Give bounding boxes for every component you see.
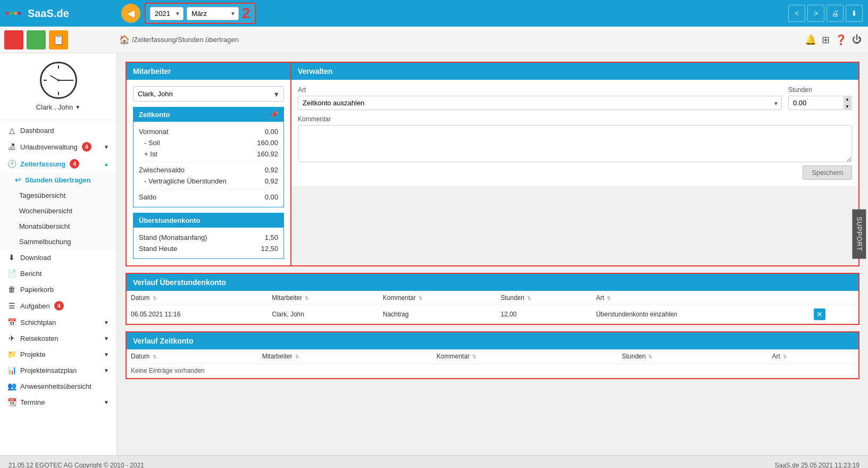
clock-icon xyxy=(40,62,77,99)
ist-label: + Ist xyxy=(144,150,157,158)
year-month-container: 2019 2020 2021 2022 ▼ Januar Februar Mär… xyxy=(145,3,256,24)
sidebar-item-tagesuebersicht[interactable]: Tagesübersicht xyxy=(0,188,116,203)
sidebar-item-schichtplan[interactable]: 📅 Schichtplan ▼ xyxy=(0,314,116,330)
sidebar: Clark , John ▼ △ Dashboard 🏖 Urlaubsverw… xyxy=(0,53,117,455)
kommentar-sort-icon[interactable]: ⇅ xyxy=(419,296,423,301)
zeitkonto-card: Zeitkonto 📌 Vormonat 0,00 - Soll 160,00 xyxy=(133,107,284,207)
year-select[interactable]: 2019 2020 2021 2022 xyxy=(150,7,183,20)
left-panel: Mitarbeiter Clark, John ▼ Zeitkonto 📌 xyxy=(127,63,291,265)
nav-prev-button[interactable]: < xyxy=(788,5,805,22)
sidebar-item-urlaubsverwaltung-label: Urlaubsverwaltung xyxy=(20,143,78,151)
zeiterfassung-icon: 🕐 xyxy=(7,160,16,168)
art-sort-icon[interactable]: ⇅ xyxy=(607,296,611,301)
delete-row-button[interactable]: ✕ xyxy=(814,308,825,320)
month-select[interactable]: Januar Februar März April Mai Juni Juli … xyxy=(187,7,239,20)
sidebar-item-zeiterfassung[interactable]: 🕐 Zeiterfassung 4 ▲ xyxy=(0,155,116,172)
clipboard-button[interactable]: 📋 xyxy=(49,30,68,49)
back-button[interactable]: ◀ xyxy=(121,4,140,23)
zt-th-kommentar: Kommentar ⇅ xyxy=(432,349,617,364)
sidebar-item-reisekosten[interactable]: ✈ Reisekosten ▼ xyxy=(0,330,116,346)
kommentar-textarea[interactable] xyxy=(298,125,852,162)
ist-value: 160,92 xyxy=(257,150,278,158)
zt-kommentar-sort-icon[interactable]: ⇅ xyxy=(472,354,477,360)
sidebar-item-monatsuebersicht[interactable]: Monatsübersicht xyxy=(0,219,116,234)
logo-text: SaaS.de xyxy=(28,7,69,20)
verlauf-zeitkonto-title: Verlauf Zeitkonto xyxy=(133,337,194,345)
help-button[interactable]: ❓ xyxy=(835,34,847,46)
dot5 xyxy=(22,12,26,15)
sidebar-item-tagesuebersicht-label: Tagesübersicht xyxy=(19,191,65,199)
zt-art-sort-icon[interactable]: ⇅ xyxy=(783,354,787,360)
art-stunden-row: Art Zeitkonto auszahlen Zeitkonto einzah… xyxy=(298,86,852,110)
download-button[interactable]: ⬇ xyxy=(846,5,863,22)
sidebar-item-download[interactable]: ⬇ Download xyxy=(0,249,116,265)
grid-button[interactable]: ⊞ xyxy=(822,34,830,46)
user-name[interactable]: Clark , John ▼ xyxy=(36,103,80,111)
soll-row: - Soll 160,00 xyxy=(139,137,278,148)
sidebar-item-dashboard[interactable]: △ Dashboard xyxy=(0,122,116,138)
kommentar-group: Kommentar xyxy=(298,115,852,162)
sidebar-item-stunden-uebertragen[interactable]: ↩ Stunden übertragen xyxy=(0,172,116,188)
ueberstunden-card-body: Stand (Monatsanfang) 1,50 Stand Heute 12… xyxy=(133,228,283,258)
sidebar-item-termine[interactable]: 📆 Termine ▼ xyxy=(0,394,116,410)
sidebar-item-projekteinsatzplan[interactable]: 📊 Projekteinsatzplan ▼ xyxy=(0,362,116,378)
stand-anfang-value: 1,50 xyxy=(265,233,278,241)
logo-area: SaaS.de xyxy=(5,7,117,20)
sidebar-item-urlaubsverwaltung[interactable]: 🏖 Urlaubsverwaltung 4 ▼ xyxy=(0,138,116,155)
zt-th-art: Art ⇅ xyxy=(768,349,858,364)
datum-sort-icon[interactable]: ⇅ xyxy=(153,296,157,301)
sidebar-item-bericht[interactable]: 📄 Bericht xyxy=(0,265,116,281)
zt-stunden-sort-icon[interactable]: ⇅ xyxy=(648,354,653,360)
support-tab[interactable]: SUPPORT xyxy=(853,210,866,259)
projekte-chevron: ▼ xyxy=(104,352,109,357)
td-kommentar: Nachtrag xyxy=(379,305,496,324)
sidebar-item-papierkorb[interactable]: 🗑 Papierkorb xyxy=(0,281,116,297)
zt-mitarbeiter-sort-icon[interactable]: ⇅ xyxy=(295,354,299,360)
zeitkonto-icon: 📌 xyxy=(270,111,278,119)
print-button[interactable]: 🖨 xyxy=(827,5,844,22)
mitarbeiter-sort-icon[interactable]: ⇅ xyxy=(305,296,309,301)
sidebar-item-projekteinsatzplan-label: Projekteinsatzplan xyxy=(20,366,77,374)
vertragliche-value: 0,92 xyxy=(265,177,278,185)
power-button[interactable]: ⏻ xyxy=(852,34,862,45)
th-kommentar: Kommentar ⇅ xyxy=(379,291,496,305)
verlauf-ueberstunden-body: Datum ⇅ Mitarbeiter ⇅ Kommentar ⇅ Stunde… xyxy=(127,291,858,324)
td-datum: 06.05.2021 11:16 xyxy=(127,305,268,324)
termine-icon: 📆 xyxy=(7,398,16,406)
sidebar-item-dashboard-label: Dashboard xyxy=(20,127,54,135)
sidebar-item-projekte[interactable]: 📁 Projekte ▼ xyxy=(0,346,116,362)
reisekosten-chevron: ▼ xyxy=(104,336,109,341)
sidebar-item-aufgaben[interactable]: ☰ Aufgaben 4 xyxy=(0,297,116,314)
art-select[interactable]: Zeitkonto auszahlen Zeitkonto einzahlen … xyxy=(298,96,782,110)
toolbar-buttons: 📋 xyxy=(4,30,116,49)
urlaubsverwaltung-badge: 4 xyxy=(82,142,91,152)
verlauf-zeitkonto-table: Datum ⇅ Mitarbeiter ⇅ Kommentar ⇅ Stunde… xyxy=(127,349,858,378)
zeitkonto-card-header: Zeitkonto 📌 xyxy=(133,107,283,122)
stunden-wrap: ▲ ▼ xyxy=(788,96,852,110)
soll-value: 160,00 xyxy=(257,139,278,147)
sidebar-item-zeiterfassung-label: Zeiterfassung xyxy=(20,160,65,168)
stunden-up[interactable]: ▲ xyxy=(844,96,851,103)
nav-next-button[interactable]: > xyxy=(807,5,824,22)
td-delete: ✕ xyxy=(809,305,858,324)
nav-items: △ Dashboard 🏖 Urlaubsverwaltung 4 ▼ 🕐 Ze… xyxy=(0,120,116,455)
stop-button[interactable] xyxy=(4,30,23,49)
stunden-sort-icon[interactable]: ⇅ xyxy=(527,296,531,301)
stunden-input[interactable] xyxy=(788,96,852,110)
verwalten-title: Verwalten xyxy=(298,67,332,76)
bell-button[interactable]: 🔔 xyxy=(805,34,816,46)
sidebar-item-wochenuebersicht[interactable]: Wochenübersicht xyxy=(0,203,116,219)
verlauf-ueberstunden-table: Datum ⇅ Mitarbeiter ⇅ Kommentar ⇅ Stunde… xyxy=(127,291,858,324)
stunden-down[interactable]: ▼ xyxy=(844,103,851,111)
sidebar-item-sammelbuchung[interactable]: Sammelbuchung xyxy=(0,234,116,249)
employee-select[interactable]: Clark, John xyxy=(133,86,284,102)
play-button[interactable] xyxy=(27,30,46,49)
ueberstunden-card-header: Überstundenkonto xyxy=(133,213,283,228)
download-nav-icon: ⬇ xyxy=(7,253,16,262)
zt-datum-sort-icon[interactable]: ⇅ xyxy=(153,354,157,360)
zeitkonto-title: Zeitkonto xyxy=(139,111,170,119)
sidebar-item-papierkorb-label: Papierkorb xyxy=(20,286,54,294)
submit-button[interactable]: Speichern xyxy=(803,165,852,180)
sidebar-item-projekte-label: Projekte xyxy=(20,350,46,358)
sidebar-item-anwesenheitsuebersicht[interactable]: 👥 Anwesenheitsübersicht xyxy=(0,378,116,394)
